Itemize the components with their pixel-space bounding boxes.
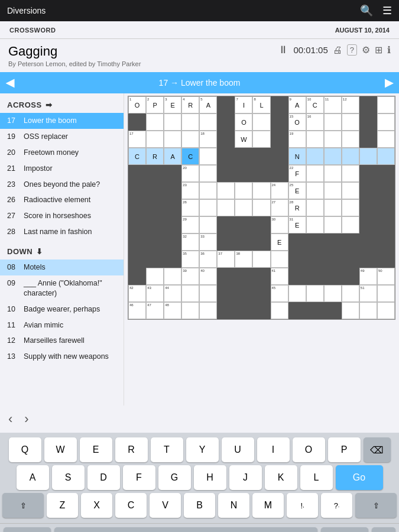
grid-cell[interactable]: 4R <box>181 96 199 113</box>
grid-cell[interactable] <box>217 113 235 131</box>
grid-cell[interactable] <box>217 233 235 251</box>
grid-cell[interactable] <box>288 268 306 285</box>
grid-cell[interactable]: C <box>181 148 199 165</box>
grid-cell[interactable] <box>324 165 342 182</box>
grid-cell[interactable] <box>342 165 359 182</box>
grid-cell[interactable]: 9A <box>288 96 306 113</box>
grid-cell[interactable] <box>342 251 359 268</box>
grid-cell[interactable] <box>235 165 252 182</box>
grid-cell[interactable]: E <box>271 233 288 251</box>
key-b[interactable]: B <box>184 493 215 518</box>
grid-cell[interactable]: 40 <box>199 268 217 285</box>
grid-cell[interactable] <box>252 148 270 165</box>
grid-cell[interactable] <box>199 285 217 302</box>
grid-cell[interactable]: 3E <box>164 96 181 113</box>
clue-item-across-23[interactable]: 23 Ones beyond the pale? <box>0 177 124 193</box>
grid-cell[interactable]: 26 <box>181 199 199 216</box>
grid-cell[interactable] <box>288 302 306 319</box>
grid-cell[interactable]: W <box>235 131 252 148</box>
grid-cell[interactable]: 31E <box>288 216 306 233</box>
clue-item-down-10[interactable]: 10 Badge wearer, perhaps <box>0 301 124 317</box>
grid-cell[interactable] <box>164 131 181 148</box>
grid-cell[interactable]: 20 <box>181 165 199 182</box>
key-k[interactable]: K <box>265 465 297 490</box>
go-button[interactable]: Go <box>336 465 383 490</box>
grid-cell[interactable] <box>306 199 324 216</box>
grid-cell[interactable] <box>359 216 377 233</box>
key-p[interactable]: P <box>328 437 361 462</box>
grid-cell[interactable] <box>181 113 199 131</box>
key-y[interactable]: Y <box>186 437 219 462</box>
grid-cell[interactable]: 19 <box>288 131 306 148</box>
grid-cell[interactable] <box>217 216 235 233</box>
key-e[interactable]: E <box>80 437 112 462</box>
grid-cell[interactable] <box>217 148 235 165</box>
grid-cell[interactable] <box>288 285 306 302</box>
grid-cell[interactable] <box>306 148 324 165</box>
grid-cell[interactable]: 42 <box>128 285 146 302</box>
key-m[interactable]: M <box>252 493 284 518</box>
grid-cell[interactable] <box>377 233 395 251</box>
key-q[interactable]: Q <box>9 437 41 462</box>
grid-cell[interactable]: 32 <box>181 233 199 251</box>
key-l[interactable]: L <box>300 465 333 490</box>
key-c[interactable]: C <box>115 493 147 518</box>
key-n[interactable]: N <box>218 493 249 518</box>
grid-cell[interactable]: 45 <box>271 285 288 302</box>
grid-cell[interactable] <box>128 233 146 251</box>
grid-cell[interactable]: 18 <box>199 131 217 148</box>
print-icon[interactable]: 🖨 <box>333 45 342 56</box>
grid-cell[interactable]: 48 <box>164 302 181 319</box>
clue-item-down-08[interactable]: 08 Motels <box>0 259 124 275</box>
key-h[interactable]: H <box>194 465 226 490</box>
help-icon[interactable]: ? <box>347 44 357 56</box>
clue-item-down-11[interactable]: 11 Avian mimic <box>0 317 124 333</box>
grid-cell[interactable] <box>235 285 252 302</box>
key-t[interactable]: T <box>151 437 183 462</box>
clue-item-across-21[interactable]: 21 Impostor <box>0 161 124 177</box>
grid-cell[interactable] <box>271 251 288 268</box>
grid-cell[interactable] <box>324 113 342 131</box>
grid-cell[interactable] <box>181 302 199 319</box>
grid-cell[interactable] <box>252 268 270 285</box>
clue-item-across-17[interactable]: 17 Lower the boom <box>0 113 124 129</box>
clue-item-down-13[interactable]: 13 Supply with new weapons <box>0 349 124 365</box>
grid-cell[interactable] <box>377 165 395 182</box>
grid-cell[interactable]: 16 <box>306 113 324 131</box>
clue-item-across-28[interactable]: 28 Last name in fashion <box>0 224 124 240</box>
grid-cell[interactable] <box>235 148 252 165</box>
grid-cell[interactable] <box>146 216 164 233</box>
grid-cell[interactable]: 44 <box>164 285 181 302</box>
grid-cell[interactable] <box>252 216 270 233</box>
grid-cell[interactable] <box>199 113 217 131</box>
grid-cell[interactable] <box>377 285 395 302</box>
grid-cell[interactable] <box>306 251 324 268</box>
grid-cell[interactable]: 39 <box>181 268 199 285</box>
grid-cell[interactable]: 50 <box>377 268 395 285</box>
grid-cell[interactable] <box>146 113 164 131</box>
grid-cell[interactable] <box>377 302 395 319</box>
grid-cell[interactable] <box>324 268 342 285</box>
clue-nav-right-arrow[interactable]: ▶ <box>385 76 393 89</box>
grid-cell[interactable] <box>128 216 146 233</box>
grid-cell[interactable]: 37 <box>217 251 235 268</box>
spacebar-key[interactable] <box>54 527 317 533</box>
grid-cell[interactable] <box>377 148 395 165</box>
grid-cell[interactable] <box>252 113 270 131</box>
grid-cell[interactable] <box>342 233 359 251</box>
grid-cell[interactable] <box>359 199 377 216</box>
grid-cell[interactable] <box>306 165 324 182</box>
grid-cell[interactable] <box>146 268 164 285</box>
grid-cell[interactable] <box>306 233 324 251</box>
grid-cell[interactable] <box>306 131 324 148</box>
grid-cell[interactable] <box>146 165 164 182</box>
menu-icon[interactable]: ☰ <box>382 4 392 17</box>
grid-cell[interactable] <box>252 165 270 182</box>
grid-cell[interactable]: R <box>146 148 164 165</box>
grid-cell[interactable] <box>235 216 252 233</box>
grid-cell[interactable] <box>128 182 146 199</box>
grid-cell[interactable]: 12 <box>342 96 359 113</box>
grid-cell[interactable]: 17 <box>128 131 146 148</box>
grid-cell[interactable] <box>324 285 342 302</box>
key-r[interactable]: R <box>115 437 148 462</box>
